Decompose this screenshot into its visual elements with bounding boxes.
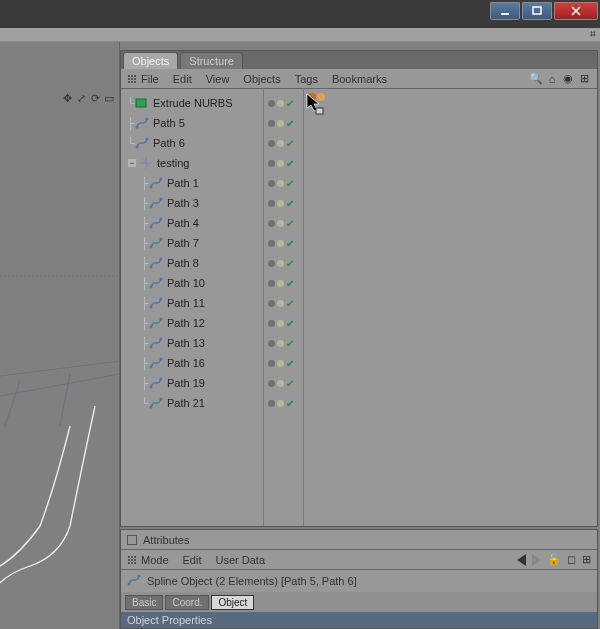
tree-label: Path 7 <box>167 237 199 249</box>
new-icon[interactable]: ◻ <box>567 553 576 566</box>
viewport-frame-icon[interactable]: ▭ <box>103 92 115 104</box>
attr-menu-edit[interactable]: Edit <box>183 554 202 566</box>
svg-point-28 <box>150 286 153 289</box>
objects-menubar: File Edit View Objects Tags Bookmarks 🔍 … <box>121 69 597 89</box>
phong-tag-icon[interactable] <box>308 93 593 101</box>
window-close-button[interactable] <box>554 2 598 20</box>
visibility-dots[interactable]: ✔ <box>264 293 303 313</box>
visibility-dots[interactable]: ✔ <box>264 333 303 353</box>
tree-label: Path 12 <box>167 317 205 329</box>
menu-view[interactable]: View <box>206 73 230 85</box>
svg-point-22 <box>150 226 153 229</box>
visibility-dots[interactable]: ✔ <box>264 153 303 173</box>
menu-bookmarks[interactable]: Bookmarks <box>332 73 387 85</box>
tree-item[interactable]: ├Path 16 <box>121 353 263 373</box>
viewport[interactable]: ✥ ⤢ ⟳ ▭ <box>0 42 120 629</box>
history-forward-icon[interactable] <box>532 554 541 566</box>
tree-label: Path 8 <box>167 257 199 269</box>
visibility-dots[interactable]: ✔ <box>264 213 303 233</box>
plus-icon[interactable]: ⊞ <box>582 553 591 566</box>
visibility-dots[interactable]: ✔ <box>264 373 303 393</box>
visibility-dots[interactable]: ✔ <box>264 393 303 413</box>
tab-structure[interactable]: Structure <box>180 52 243 69</box>
attr-tab-basic[interactable]: Basic <box>125 595 163 610</box>
visibility-dots[interactable]: ✔ <box>264 173 303 193</box>
visibility-dots[interactable]: ✔ <box>264 273 303 293</box>
svg-point-27 <box>160 258 163 261</box>
attributes-panel: Attributes Mode Edit User Data 🔓 ◻ ⊞ <box>120 529 598 629</box>
tree-item[interactable]: ├Path 1 <box>121 173 263 193</box>
menu-edit[interactable]: Edit <box>173 73 192 85</box>
visibility-dots[interactable]: ✔ <box>264 93 303 113</box>
attr-tab-coord[interactable]: Coord. <box>165 595 209 610</box>
spline-icon <box>149 336 163 350</box>
svg-point-40 <box>150 406 153 409</box>
viewport-rotate-icon[interactable]: ⟳ <box>89 92 101 104</box>
tree-item[interactable]: ├Path 12 <box>121 313 263 333</box>
tree-label: Path 4 <box>167 217 199 229</box>
svg-point-32 <box>150 326 153 329</box>
window-minimize-button[interactable] <box>490 2 520 20</box>
svg-rect-0 <box>501 13 509 15</box>
tree-item[interactable]: ├Path 8 <box>121 253 263 273</box>
tree-item[interactable]: ├Path 3 <box>121 193 263 213</box>
window-maximize-button[interactable] <box>522 2 552 20</box>
attr-tab-object[interactable]: Object <box>211 595 254 610</box>
svg-point-41 <box>160 398 163 401</box>
menu-tags[interactable]: Tags <box>295 73 318 85</box>
tree-item[interactable]: ├Path 13 <box>121 333 263 353</box>
svg-point-38 <box>150 386 153 389</box>
grip-icon[interactable] <box>127 74 137 84</box>
visibility-dots[interactable]: ✔ <box>264 233 303 253</box>
tab-objects[interactable]: Objects <box>123 52 178 69</box>
tree-label: testing <box>157 157 189 169</box>
search-icon[interactable]: 🔍 <box>529 72 543 86</box>
tree-item-extrude-nurbs[interactable]: └ Extrude NURBS <box>121 93 263 113</box>
attr-menu-userdata[interactable]: User Data <box>216 554 266 566</box>
menu-objects[interactable]: Objects <box>243 73 280 85</box>
svg-point-18 <box>150 186 153 189</box>
tree-item-group[interactable]: − testing <box>121 153 263 173</box>
collapse-icon[interactable]: − <box>127 158 137 168</box>
lock-row: ⌗ <box>0 28 600 42</box>
tree-item[interactable]: ├Path 19 <box>121 373 263 393</box>
viewport-move-icon[interactable]: ✥ <box>61 92 73 104</box>
svg-point-25 <box>160 238 163 241</box>
checkbox-icon[interactable] <box>127 535 137 545</box>
tree-item[interactable]: └ Path 6 <box>121 133 263 153</box>
visibility-dots[interactable]: ✔ <box>264 313 303 333</box>
svg-point-37 <box>160 358 163 361</box>
viewport-zoom-icon[interactable]: ⤢ <box>75 92 87 104</box>
tree-item[interactable]: ├Path 11 <box>121 293 263 313</box>
lock-icon[interactable]: ⌗ <box>590 28 596 41</box>
eye-icon[interactable]: ◉ <box>561 72 575 86</box>
visibility-dots[interactable]: ✔ <box>264 113 303 133</box>
lock-icon[interactable]: 🔓 <box>547 553 561 566</box>
grip-icon[interactable] <box>127 555 137 565</box>
object-manager: Objects Structure File Edit View Objects… <box>120 50 598 527</box>
history-back-icon[interactable] <box>517 554 526 566</box>
spline-icon <box>149 396 163 410</box>
tree-item[interactable]: ├Path 4 <box>121 213 263 233</box>
tree-item[interactable]: ├Path 7 <box>121 233 263 253</box>
visibility-dots[interactable]: ✔ <box>264 353 303 373</box>
svg-point-19 <box>160 178 163 181</box>
visibility-dots[interactable]: ✔ <box>264 133 303 153</box>
menu-file[interactable]: File <box>141 73 159 85</box>
visibility-dots[interactable]: ✔ <box>264 193 303 213</box>
tree-item[interactable]: └Path 21 <box>121 393 263 413</box>
spline-icon <box>149 256 163 270</box>
svg-point-12 <box>146 118 149 121</box>
hierarchy-tree[interactable]: └ Extrude NURBS ├ Path 5 └ <box>121 89 263 526</box>
visibility-dots[interactable]: ✔ <box>264 253 303 273</box>
tree-item[interactable]: ├Path 10 <box>121 273 263 293</box>
svg-point-42 <box>128 583 131 586</box>
plus-icon[interactable]: ⊞ <box>577 72 591 86</box>
svg-point-43 <box>138 575 141 578</box>
spline-icon <box>149 316 163 330</box>
attributes-title: Attributes <box>143 534 189 546</box>
home-icon[interactable]: ⌂ <box>545 72 559 86</box>
tree-item[interactable]: ├ Path 5 <box>121 113 263 133</box>
attr-menu-mode[interactable]: Mode <box>141 554 169 566</box>
svg-point-23 <box>160 218 163 221</box>
